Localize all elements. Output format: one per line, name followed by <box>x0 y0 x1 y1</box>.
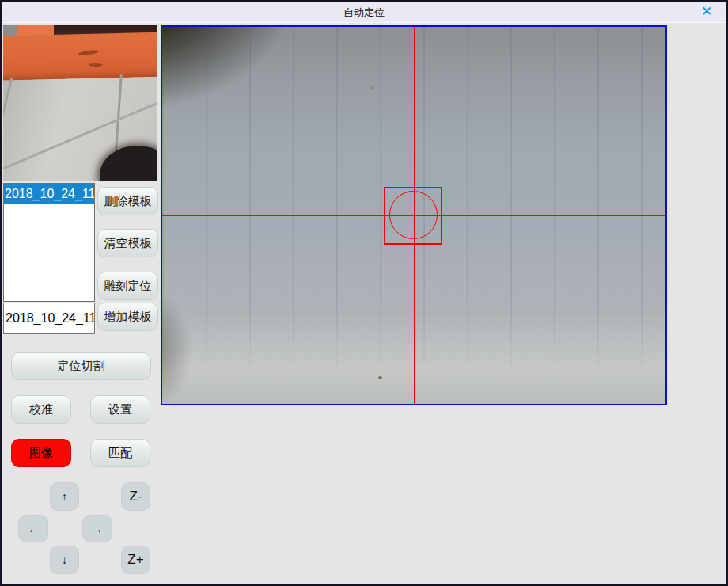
title-bar: 自动定位 ✕ <box>2 2 726 23</box>
locate-cut-button[interactable]: 定位切割 <box>11 352 151 380</box>
camera-speck <box>378 376 382 379</box>
jog-z-minus-button[interactable]: Z- <box>121 482 150 511</box>
thumbnail-dark-object <box>100 146 157 181</box>
settings-button[interactable]: 设置 <box>90 395 150 424</box>
template-name-input[interactable] <box>3 303 95 334</box>
thumbnail-detail <box>3 25 19 36</box>
clear-template-button[interactable]: 清空模板 <box>97 229 158 257</box>
jog-right-button[interactable]: → <box>82 515 112 542</box>
delete-template-button[interactable]: 删除模板 <box>97 187 158 215</box>
dialog-title: 自动定位 <box>2 2 726 23</box>
engrave-locate-button[interactable]: 雕刻定位 <box>97 272 158 300</box>
jog-up-button[interactable]: ↑ <box>50 482 79 511</box>
close-icon[interactable]: ✕ <box>698 3 715 21</box>
template-thumbnail <box>3 25 157 181</box>
image-button[interactable]: 图像 <box>11 439 71 467</box>
jog-z-plus-button[interactable]: Z+ <box>121 546 150 574</box>
thumbnail-orange-beam <box>3 32 157 80</box>
camera-viewport[interactable] <box>161 25 667 405</box>
template-list-item-selected[interactable]: 2018_10_24_11 <box>4 184 94 204</box>
camera-speck <box>370 86 373 89</box>
thumbnail-detail <box>89 63 103 67</box>
add-template-button[interactable]: 增加模板 <box>97 303 158 331</box>
auto-locate-dialog: 自动定位 ✕ 2018_10_24_11 删除模板 清空模板 雕刻定位 增加模板… <box>0 0 728 586</box>
template-list[interactable]: 2018_10_24_11 <box>3 183 95 302</box>
target-circle <box>389 191 438 239</box>
calibrate-button[interactable]: 校准 <box>11 395 71 424</box>
jog-left-button[interactable]: ← <box>18 515 48 542</box>
match-button[interactable]: 匹配 <box>90 439 150 467</box>
jog-down-button[interactable]: ↓ <box>50 546 79 574</box>
thumbnail-tile-line <box>3 78 13 125</box>
